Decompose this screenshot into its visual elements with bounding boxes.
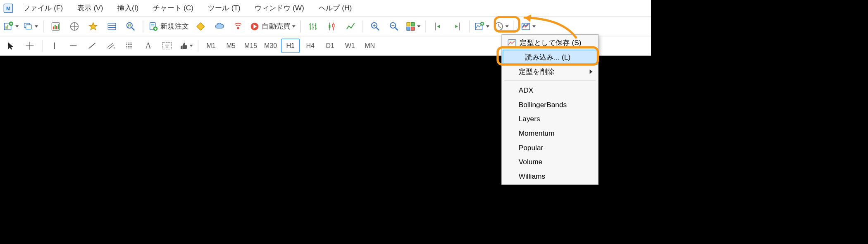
equidistant-channel-button[interactable]: E bbox=[102, 38, 120, 53]
zoom-in-button[interactable] bbox=[367, 19, 384, 34]
separator bbox=[300, 20, 301, 32]
strategy-tester-icon bbox=[126, 22, 136, 31]
menu-view[interactable]: 表示 (V) bbox=[71, 1, 110, 16]
vertical-line-button[interactable] bbox=[46, 38, 64, 53]
menu-insert[interactable]: 挿入(I) bbox=[111, 1, 145, 16]
timeframe-m5[interactable]: M5 bbox=[222, 38, 240, 53]
svg-marker-57 bbox=[8, 43, 13, 50]
menu-save-as-template-label: 定型として保存 (S) bbox=[520, 38, 581, 48]
text-button[interactable]: A bbox=[139, 38, 157, 53]
data-window-icon bbox=[107, 22, 117, 31]
menu-load-template[interactable]: 読み込み... (L) bbox=[503, 50, 597, 65]
separator bbox=[42, 40, 42, 52]
menu-save-as-template[interactable]: 定型として保存 (S) bbox=[503, 36, 597, 50]
timeframe-h1[interactable]: H1 bbox=[281, 38, 300, 53]
chart-shift-button[interactable] bbox=[448, 19, 466, 34]
menu-delete-template-label: 定型を削除 bbox=[519, 67, 555, 77]
menu-tools[interactable]: ツール (T) bbox=[201, 1, 247, 16]
preset-bollinger[interactable]: BollingerBands bbox=[503, 97, 597, 112]
fibo-retracement-button[interactable] bbox=[121, 38, 138, 53]
diamond-icon bbox=[196, 22, 205, 31]
trendline-button[interactable] bbox=[83, 38, 101, 53]
menu-delete-template[interactable]: 定型を削除 bbox=[503, 65, 597, 79]
svg-marker-50 bbox=[455, 25, 458, 28]
indicators-icon bbox=[475, 22, 484, 31]
preset-williams[interactable]: Williams bbox=[503, 169, 597, 183]
tile-windows-button[interactable] bbox=[404, 19, 422, 34]
navigator-button[interactable] bbox=[66, 19, 83, 34]
svg-line-62 bbox=[89, 43, 95, 48]
bar-chart-button[interactable] bbox=[304, 19, 322, 34]
templates-button[interactable] bbox=[517, 19, 539, 34]
navigator-icon bbox=[69, 22, 79, 31]
auto-trading-button[interactable]: 自動売買 bbox=[248, 19, 297, 34]
cursor-button[interactable] bbox=[2, 38, 20, 53]
line-chart-button[interactable] bbox=[342, 19, 360, 34]
menu-chart[interactable]: チャート (C) bbox=[146, 1, 200, 16]
timeframe-m1[interactable]: M1 bbox=[202, 38, 220, 53]
candlestick-button[interactable] bbox=[323, 19, 341, 34]
menu-window[interactable]: ウィンドウ (W) bbox=[248, 1, 310, 16]
separator bbox=[143, 20, 143, 32]
timeframe-h4[interactable]: H4 bbox=[301, 38, 320, 53]
timeframe-d1[interactable]: D1 bbox=[321, 38, 339, 53]
favorites-button[interactable] bbox=[84, 19, 102, 34]
templates-dropdown: 定型として保存 (S) 読み込み... (L) 定型を削除 ADX Bollin… bbox=[501, 34, 599, 185]
svg-rect-22 bbox=[128, 24, 129, 26]
svg-rect-43 bbox=[407, 23, 410, 26]
profiles-button[interactable] bbox=[21, 19, 40, 34]
menu-help[interactable]: ヘルプ (H) bbox=[312, 1, 359, 16]
new-chart-icon bbox=[4, 22, 14, 31]
svg-line-37 bbox=[377, 28, 379, 31]
preset-label: Williams bbox=[519, 172, 546, 180]
svg-line-41 bbox=[395, 28, 398, 31]
svg-rect-17 bbox=[108, 23, 116, 30]
new-order-icon bbox=[148, 22, 158, 31]
preset-popular[interactable]: Popular bbox=[503, 140, 597, 155]
svg-marker-48 bbox=[437, 25, 440, 28]
menu-separator bbox=[504, 81, 596, 81]
menu-load-template-label: 読み込み... (L) bbox=[525, 53, 570, 62]
auto-scroll-button[interactable] bbox=[429, 19, 447, 34]
arrows-button[interactable] bbox=[177, 38, 195, 53]
timeframe-m30[interactable]: M30 bbox=[261, 38, 280, 53]
new-chart-button[interactable] bbox=[2, 19, 20, 34]
metaquotes-button[interactable] bbox=[192, 19, 210, 34]
signals-button[interactable] bbox=[229, 19, 247, 34]
chart-shift-icon bbox=[452, 22, 462, 31]
svg-rect-45 bbox=[407, 27, 410, 30]
star-icon bbox=[88, 22, 98, 31]
horizontal-line-button[interactable] bbox=[64, 38, 82, 53]
timeframe-mn[interactable]: MN bbox=[360, 38, 379, 53]
svg-rect-44 bbox=[411, 23, 415, 26]
strategy-tester-button[interactable] bbox=[122, 19, 140, 34]
preset-volume[interactable]: Volume bbox=[503, 154, 597, 169]
new-order-button[interactable]: 新規注文 bbox=[147, 19, 191, 34]
preset-momentum[interactable]: Momentum bbox=[503, 126, 597, 140]
crosshair-button[interactable] bbox=[21, 38, 39, 53]
svg-rect-72 bbox=[508, 40, 516, 46]
svg-rect-11 bbox=[56, 26, 57, 29]
preset-label: Volume bbox=[519, 158, 543, 166]
svg-rect-7 bbox=[26, 25, 31, 29]
preset-label: Layers bbox=[519, 115, 540, 123]
data-window-button[interactable] bbox=[103, 19, 121, 34]
preset-layers[interactable]: Layers bbox=[503, 111, 597, 126]
timeframe-w1[interactable]: W1 bbox=[341, 38, 359, 53]
timeframe-m15[interactable]: M15 bbox=[241, 38, 260, 53]
svg-rect-3 bbox=[5, 26, 7, 29]
svg-rect-10 bbox=[55, 25, 56, 29]
market-watch-button[interactable] bbox=[47, 19, 64, 34]
separator bbox=[43, 20, 43, 32]
text-label-button[interactable]: T bbox=[158, 38, 176, 53]
indicators-button[interactable] bbox=[473, 19, 491, 34]
menu-file[interactable]: ファイル (F) bbox=[17, 1, 69, 16]
vps-button[interactable] bbox=[210, 19, 228, 34]
clock-icon bbox=[494, 22, 504, 31]
periodicity-button[interactable] bbox=[492, 19, 510, 34]
svg-text:T: T bbox=[165, 43, 169, 49]
preset-adx[interactable]: ADX bbox=[503, 83, 597, 97]
zoom-out-button[interactable] bbox=[385, 19, 403, 34]
channel-icon: E bbox=[106, 41, 115, 50]
svg-rect-33 bbox=[329, 25, 330, 28]
